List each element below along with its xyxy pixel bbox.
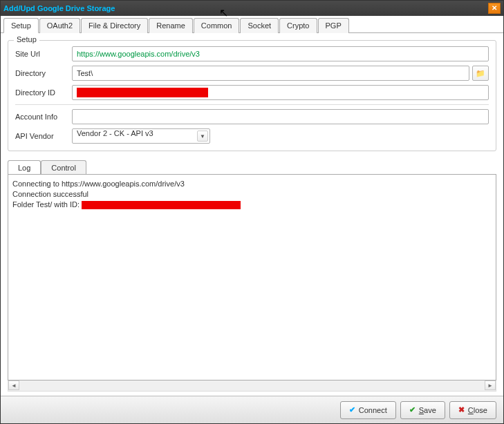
tab-file-directory[interactable]: File & Directory bbox=[81, 18, 148, 33]
tab-oauth2[interactable]: OAuth2 bbox=[39, 18, 80, 33]
footer-bar: ✔ Connect ✔ Save ✖ Close bbox=[1, 396, 503, 423]
horizontal-scrollbar[interactable]: ◄ ► bbox=[8, 380, 496, 392]
api-vendor-selected: Vendor 2 - CK - API v3 bbox=[77, 129, 153, 137]
label-directory: Directory bbox=[15, 69, 72, 77]
save-button[interactable]: ✔ Save bbox=[400, 401, 445, 419]
content-area: Setup Site Url Directory 📁 Directory ID bbox=[1, 33, 503, 396]
scroll-right-icon[interactable]: ► bbox=[485, 380, 496, 390]
window-title: Add/Upd Google Drive Storage bbox=[3, 4, 488, 12]
tab-pgp[interactable]: PGP bbox=[318, 18, 349, 33]
tab-setup[interactable]: Setup bbox=[3, 18, 39, 33]
log-textarea[interactable]: Connecting to https://www.googleapis.com… bbox=[8, 174, 496, 380]
tab-crypto[interactable]: Crypto bbox=[279, 18, 317, 33]
row-api-vendor: API Vendor Vendor 2 - CK - API v3 ▼ bbox=[15, 128, 489, 144]
directory-input[interactable] bbox=[72, 66, 469, 81]
main-tabstrip: Setup OAuth2 File & Directory Rename Com… bbox=[1, 16, 503, 33]
tab-control[interactable]: Control bbox=[41, 160, 86, 175]
row-directory: Directory 📁 bbox=[15, 66, 489, 81]
log-line: Folder Test/ with ID: xxxxxxxxxxxxxxxxxx… bbox=[12, 200, 492, 210]
fieldset-legend: Setup bbox=[14, 35, 39, 44]
save-label: Save bbox=[419, 406, 436, 414]
connect-label: Connect bbox=[359, 406, 387, 414]
setup-fieldset: Setup Site Url Directory 📁 Directory ID bbox=[8, 40, 496, 151]
row-directory-id: Directory ID bbox=[15, 85, 489, 100]
close-button[interactable]: ✖ Close bbox=[449, 401, 496, 419]
row-site-url: Site Url bbox=[15, 46, 489, 61]
check-icon: ✔ bbox=[409, 405, 416, 414]
tab-common[interactable]: Common bbox=[194, 18, 240, 33]
check-icon: ✔ bbox=[349, 405, 355, 414]
close-icon: ✖ bbox=[458, 405, 465, 414]
tab-rename[interactable]: Rename bbox=[149, 18, 193, 33]
site-url-input[interactable] bbox=[72, 46, 489, 61]
directory-id-input[interactable] bbox=[72, 85, 489, 100]
titlebar: Add/Upd Google Drive Storage ↖ ✕ bbox=[1, 1, 503, 16]
tab-socket[interactable]: Socket bbox=[240, 18, 279, 33]
redacted-folder-id: xxxxxxxxxxxxxxxxxxxxxxxxx bbox=[82, 201, 241, 209]
chevron-down-icon: ▼ bbox=[197, 131, 208, 142]
label-directory-id: Directory ID bbox=[15, 88, 72, 97]
api-vendor-select[interactable]: Vendor 2 - CK - API v3 ▼ bbox=[72, 128, 210, 144]
label-site-url: Site Url bbox=[15, 50, 72, 58]
label-api-vendor: API Vendor bbox=[15, 132, 72, 140]
connect-button[interactable]: ✔ Connect bbox=[340, 401, 396, 419]
window-close-button[interactable]: ✕ bbox=[488, 3, 501, 14]
log-tabstrip: Log Control bbox=[8, 160, 496, 174]
log-line: Connection successful bbox=[12, 189, 492, 200]
close-label: Close bbox=[468, 406, 487, 414]
scroll-left-icon[interactable]: ◄ bbox=[8, 380, 19, 390]
log-line: Connecting to https://www.googleapis.com… bbox=[12, 179, 492, 189]
divider bbox=[15, 104, 489, 105]
dialog-window: Add/Upd Google Drive Storage ↖ ✕ Setup O… bbox=[0, 0, 504, 424]
redacted-directory-id bbox=[77, 88, 208, 97]
label-account-info: Account Info bbox=[15, 113, 72, 121]
tab-log[interactable]: Log bbox=[8, 160, 41, 175]
folder-icon: 📁 bbox=[476, 69, 485, 78]
row-account-info: Account Info bbox=[15, 109, 489, 124]
account-info-input[interactable] bbox=[72, 109, 489, 124]
browse-folder-button[interactable]: 📁 bbox=[472, 66, 489, 81]
